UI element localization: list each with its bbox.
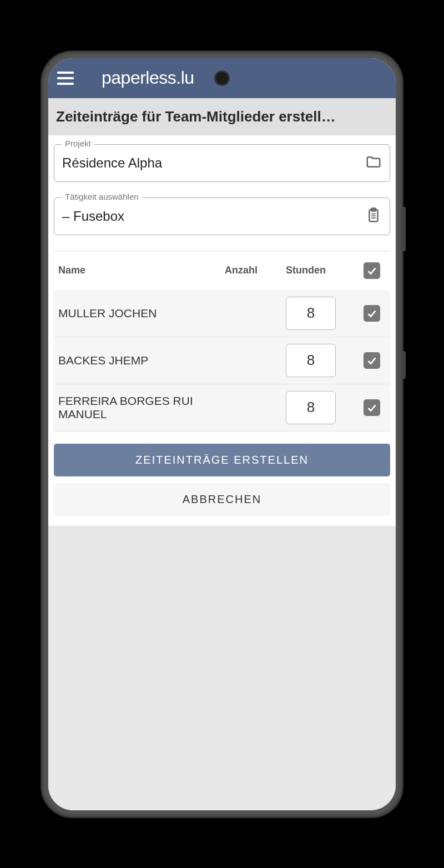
hours-input[interactable]: [286, 344, 336, 377]
phone-side-button: [402, 207, 406, 251]
member-name: FERREIRA BORGES RUI MANUEL: [58, 394, 225, 421]
cancel-button[interactable]: ABBRECHEN: [54, 483, 390, 516]
table-row: FERREIRA BORGES RUI MANUEL: [54, 384, 390, 432]
hours-input[interactable]: [286, 391, 336, 424]
row-checkbox[interactable]: [364, 352, 380, 369]
col-anzahl: Anzahl: [225, 265, 286, 276]
table-header: Name Anzahl Stunden: [54, 251, 390, 290]
app-title: paperless.lu: [102, 68, 194, 88]
activity-value: – Fusebox: [62, 209, 124, 224]
page-title-bar: Zeiteinträge für Team-Mitglieder erstell…: [48, 98, 396, 135]
content-area: Projekt Résidence Alpha Tätigkeit auswäh…: [48, 135, 396, 526]
project-field[interactable]: Projekt Résidence Alpha: [54, 144, 390, 182]
select-all-checkbox[interactable]: [364, 262, 380, 279]
menu-icon[interactable]: [57, 72, 74, 85]
folder-icon: [365, 154, 382, 172]
col-name: Name: [58, 265, 225, 276]
phone-screen: paperless.lu Zeiteinträge für Team-Mitgl…: [48, 58, 396, 810]
hours-input[interactable]: [286, 297, 336, 330]
camera-cutout: [214, 70, 230, 86]
button-row: ZEITEINTRÄGE ERSTELLEN ABBRECHEN: [54, 432, 390, 526]
table-row: MULLER JOCHEN: [54, 290, 390, 337]
member-name: BACKES JHEMP: [58, 354, 225, 367]
create-entries-button[interactable]: ZEITEINTRÄGE ERSTELLEN: [54, 444, 390, 476]
project-value: Résidence Alpha: [62, 155, 162, 171]
page-title: Zeiteinträge für Team-Mitglieder erstell…: [56, 108, 388, 125]
clipboard-icon: [365, 207, 382, 226]
activity-field[interactable]: Tätigkeit auswählen – Fusebox: [54, 197, 390, 235]
table-row: BACKES JHEMP: [54, 337, 390, 384]
row-checkbox[interactable]: [364, 305, 380, 322]
col-stunden: Stunden: [286, 265, 358, 276]
empty-area: [48, 526, 396, 810]
row-checkbox[interactable]: [364, 399, 380, 416]
member-name: MULLER JOCHEN: [58, 307, 225, 320]
activity-label: Tätigkeit auswählen: [62, 192, 142, 201]
project-label: Projekt: [62, 139, 94, 148]
phone-side-button: [402, 351, 406, 379]
phone-frame: paperless.lu Zeiteinträge für Team-Mitgl…: [42, 52, 402, 817]
